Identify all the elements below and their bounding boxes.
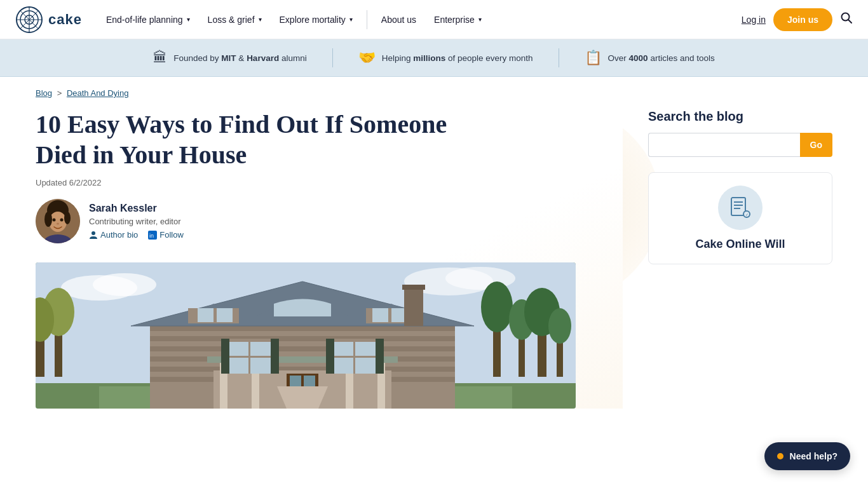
person-icon [89,231,98,240]
chevron-down-icon: ▾ [187,16,190,23]
banner-item-helping: 🤝 Helping millions of people every month [333,50,559,66]
search-blog-heading: Search the blog [648,109,832,124]
content-wrapper: 10 Easy Ways to Find Out If Someone Died… [0,103,868,409]
chevron-down-icon: ▾ [259,16,262,23]
svg-rect-85 [734,205,743,206]
linkedin-icon: in [148,231,157,240]
author-links: Author bio in Follow [89,230,184,240]
svg-rect-42 [150,336,455,341]
nav-links: End-of-life planning ▾ Loss & grief ▾ Ex… [97,10,736,30]
document-icon: ✓ [729,196,752,219]
article-title-area: 10 Easy Ways to Find Out If Someone Died… [36,103,623,409]
svg-rect-77 [334,356,376,358]
chevron-down-icon: ▾ [478,16,482,23]
svg-rect-86 [734,208,740,209]
svg-point-23 [93,273,156,296]
hero-image [36,262,576,409]
sidebar-card: ✓ Cake Online Will [648,172,832,264]
svg-rect-56 [372,308,388,322]
logo-link[interactable]: cake [15,6,82,34]
author-bio-link[interactable]: Author bio [89,230,138,240]
svg-text:✓: ✓ [745,213,749,217]
svg-rect-51 [198,308,214,322]
article-title: 10 Easy Ways to Find Out If Someone Died… [36,109,480,170]
breadcrumb-separator: > [57,88,62,98]
breadcrumb-category-link[interactable]: Death And Dying [67,88,129,98]
chat-bubble[interactable]: Need help? [764,442,850,470]
svg-text:in: in [149,233,154,239]
breadcrumb-blog-link[interactable]: Blog [36,88,52,98]
navbar: cake End-of-life planning ▾ Loss & grief… [0,0,868,39]
search-row: Go [648,133,832,157]
main-column: 10 Easy Ways to Find Out If Someone Died… [36,103,623,409]
cake-logo-icon [15,6,43,34]
chat-label: Need help? [790,451,837,461]
chat-online-indicator [777,453,783,459]
author-avatar [36,199,80,243]
nav-item-loss-grief[interactable]: Loss & grief ▾ [199,10,271,30]
nav-item-end-of-life[interactable]: End-of-life planning ▾ [97,10,199,30]
svg-point-15 [60,219,64,222]
nav-right: Log in Join us [742,8,853,31]
svg-point-27 [481,281,513,332]
sidebar-card-title: Cake Online Will [696,238,785,251]
svg-point-14 [53,219,56,222]
author-follow-link[interactable]: in Follow [148,230,184,240]
svg-rect-52 [217,308,233,322]
breadcrumb: Blog > Death And Dying [0,77,868,103]
university-icon: 🏛 [153,50,167,66]
search-go-button[interactable]: Go [800,133,832,157]
author-role: Contributing writer, editor [89,217,184,226]
login-button[interactable]: Log in [742,15,766,25]
svg-rect-72 [221,339,229,374]
banner-item-founded: 🏛 Founded by MIT & Harvard alumni [128,50,332,66]
svg-rect-81 [402,285,425,290]
svg-point-16 [57,223,59,225]
svg-rect-79 [376,339,384,374]
svg-point-7 [842,13,850,21]
svg-rect-84 [734,201,743,203]
search-input[interactable] [648,133,800,157]
nav-divider [367,10,367,29]
will-icon-circle: ✓ [718,186,763,230]
author-name: Sarah Kessler [89,203,184,214]
sidebar-column: Search the blog Go ✓ [648,103,832,409]
svg-rect-80 [404,288,423,326]
logo-text: cake [48,11,82,28]
svg-rect-41 [150,326,455,331]
updated-date: Updated 6/2/2022 [36,178,623,187]
author-info: Sarah Kessler Contributing writer, edito… [89,203,184,240]
chevron-down-icon: ▾ [349,16,353,23]
svg-line-8 [849,20,852,24]
author-area: Sarah Kessler Contributing writer, edito… [36,199,623,243]
articles-icon: 📋 [585,50,602,66]
nav-item-explore-mortality[interactable]: Explore mortality ▾ [271,10,362,30]
nav-item-enterprise[interactable]: Enterprise ▾ [425,10,491,30]
svg-point-12 [44,212,52,227]
svg-rect-71 [229,356,271,358]
info-banner: 🏛 Founded by MIT & Harvard alumni 🤝 Help… [0,39,868,77]
join-button[interactable]: Join us [773,8,832,31]
svg-rect-78 [326,339,334,374]
svg-point-33 [548,308,571,344]
banner-item-articles: 📋 Over 4000 articles and tools [559,50,740,66]
helping-icon: 🤝 [358,50,376,66]
sidebar-card-body: ✓ Cake Online Will [649,173,832,264]
svg-point-18 [92,231,95,235]
nav-item-about-us[interactable]: About us [372,10,425,30]
search-icon[interactable] [840,11,853,27]
svg-point-13 [64,212,71,224]
svg-rect-73 [271,339,279,374]
svg-rect-43 [150,346,455,351]
